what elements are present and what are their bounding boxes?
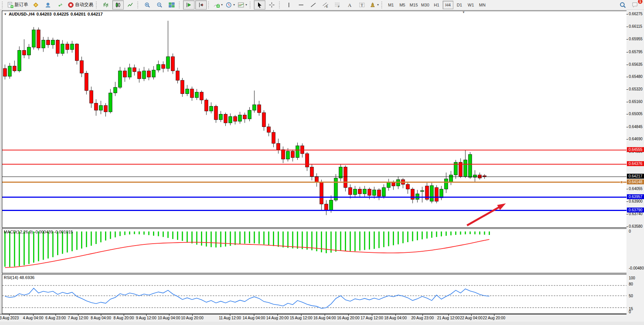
chart-shift-button[interactable] xyxy=(195,0,207,10)
cursor-button[interactable] xyxy=(254,0,265,10)
price-tick xyxy=(626,89,628,90)
svg-text:F: F xyxy=(338,5,340,8)
arrows-button[interactable]: ▾ xyxy=(368,0,380,10)
ohlc-low: 0.64201 xyxy=(70,12,86,16)
indicators-button[interactable]: ▾ xyxy=(212,0,224,10)
timeframe-mn[interactable]: MN xyxy=(477,1,488,9)
auto-scroll-button[interactable] xyxy=(183,0,194,10)
one-click-trading-toggle[interactable]: ▼ xyxy=(4,13,7,16)
search-icon xyxy=(619,2,626,8)
macd-panel[interactable]: MACD(12,26,9) -0.000439 -0.001015 xyxy=(2,228,627,273)
candle-body xyxy=(416,194,419,200)
time-axis-label: 14 Aug 20:00 xyxy=(266,316,289,320)
rsi-axis-label: 0 xyxy=(629,310,631,314)
candle-body xyxy=(267,127,271,133)
timeframe-h1[interactable]: H1 xyxy=(431,1,442,9)
toolbar-grip xyxy=(179,2,182,8)
price-line-badge: 0.63957 xyxy=(627,194,644,199)
community-button[interactable] xyxy=(42,0,54,10)
candlestick-chart-button[interactable] xyxy=(112,0,124,10)
price-tick xyxy=(626,201,628,202)
candle-body xyxy=(94,103,98,110)
status-strip xyxy=(0,322,644,325)
text-label-button[interactable]: T xyxy=(356,0,368,10)
candle-body xyxy=(257,105,261,113)
timeframe-m15[interactable]: M15 xyxy=(408,1,419,9)
crosshair-button[interactable] xyxy=(266,0,277,10)
macd-label: MACD(12,26,9) -0.000439 -0.001015 xyxy=(4,230,73,234)
rsi-panel[interactable]: RSI(14) 48.6936 xyxy=(2,274,627,314)
zoom-in-button[interactable] xyxy=(142,0,153,10)
channel-icon: E xyxy=(322,2,328,8)
candle-body xyxy=(435,187,438,201)
new-order-icon xyxy=(7,2,13,8)
candle-body xyxy=(152,70,155,77)
price-tick-label: 0.65635 xyxy=(629,62,642,67)
price-tick xyxy=(626,227,628,227)
candle-body xyxy=(464,160,467,177)
timeframe-m5[interactable]: M5 xyxy=(397,1,408,9)
main-chart-panel[interactable] xyxy=(2,11,627,228)
svg-text:A: A xyxy=(348,2,352,8)
timeframe-d1[interactable]: D1 xyxy=(454,1,465,9)
candle-body xyxy=(65,44,69,50)
candle-body xyxy=(305,154,309,167)
new-order-button[interactable]: 新订单 xyxy=(6,0,29,10)
time-axis-label: 9 Aug 12:00 xyxy=(136,316,156,320)
periods-button[interactable]: ▾ xyxy=(225,0,236,10)
arrow-annotation xyxy=(467,207,500,225)
candle-body xyxy=(147,71,151,77)
timeframe-w1[interactable]: W1 xyxy=(465,1,476,9)
macd-signal-value: -0.001015 xyxy=(54,230,73,234)
bar-chart-button[interactable] xyxy=(100,0,112,10)
candle-body xyxy=(18,50,21,71)
candle-body xyxy=(344,167,347,187)
rsi-canvas[interactable] xyxy=(2,274,626,314)
tile-windows-button[interactable] xyxy=(166,0,177,10)
main-chart-canvas[interactable] xyxy=(2,11,626,227)
fibonacci-button[interactable]: F xyxy=(332,0,343,10)
macd-canvas[interactable] xyxy=(2,229,626,273)
autotrading-label: 自动交易 xyxy=(75,2,93,8)
candle-body xyxy=(277,143,280,150)
candle-body xyxy=(421,191,424,192)
arrow-annotation-head xyxy=(497,203,506,210)
candle-body xyxy=(430,185,434,201)
candle-body xyxy=(329,200,333,210)
zoom-in-icon xyxy=(144,2,150,8)
candle-body xyxy=(118,71,122,87)
price-tick-label: 0.65480 xyxy=(629,75,642,79)
candle-body xyxy=(85,73,88,91)
price-tick xyxy=(626,27,628,27)
candle-body xyxy=(224,114,227,123)
vertical-line-icon xyxy=(286,2,292,8)
signals-button[interactable] xyxy=(54,0,66,10)
trendline-button[interactable] xyxy=(308,0,319,10)
time-axis-label: 3 Aug 2023 xyxy=(0,316,19,320)
templates-button[interactable]: ▾ xyxy=(237,0,248,10)
chart-shift-marker[interactable]: ▼ xyxy=(462,11,465,14)
time-axis[interactable]: 3 Aug 20234 Aug 04:006 Aug 23:007 Aug 12… xyxy=(0,314,626,322)
cursor-icon xyxy=(257,2,263,8)
equidistant-channel-button[interactable]: E xyxy=(320,0,331,10)
candle-body xyxy=(205,100,208,111)
notifications-button[interactable]: 1 xyxy=(629,0,641,10)
zoom-out-button[interactable] xyxy=(154,0,165,10)
time-axis-label: 14 Aug 04:00 xyxy=(243,316,265,320)
vertical-line-button[interactable] xyxy=(283,0,295,10)
autotrading-button[interactable]: 自动交易 xyxy=(67,0,94,10)
text-button[interactable]: A xyxy=(344,0,355,10)
timeframe-m30[interactable]: M30 xyxy=(420,1,430,9)
price-axis[interactable]: 0.662750.661150.659550.657950.656350.654… xyxy=(626,10,644,314)
timeframe-m1[interactable]: M1 xyxy=(386,1,396,9)
candle-body xyxy=(209,106,213,111)
search-button[interactable] xyxy=(617,0,628,10)
market-depth-button[interactable] xyxy=(30,0,41,10)
text-label-icon: T xyxy=(359,2,365,8)
crosshair-icon xyxy=(269,2,275,8)
candle-body xyxy=(320,182,323,204)
horizontal-line-button[interactable] xyxy=(295,0,307,10)
timeframe-h4[interactable]: H4 xyxy=(443,1,453,9)
line-chart-button[interactable] xyxy=(124,0,136,10)
horizontal-line-icon xyxy=(298,2,304,8)
